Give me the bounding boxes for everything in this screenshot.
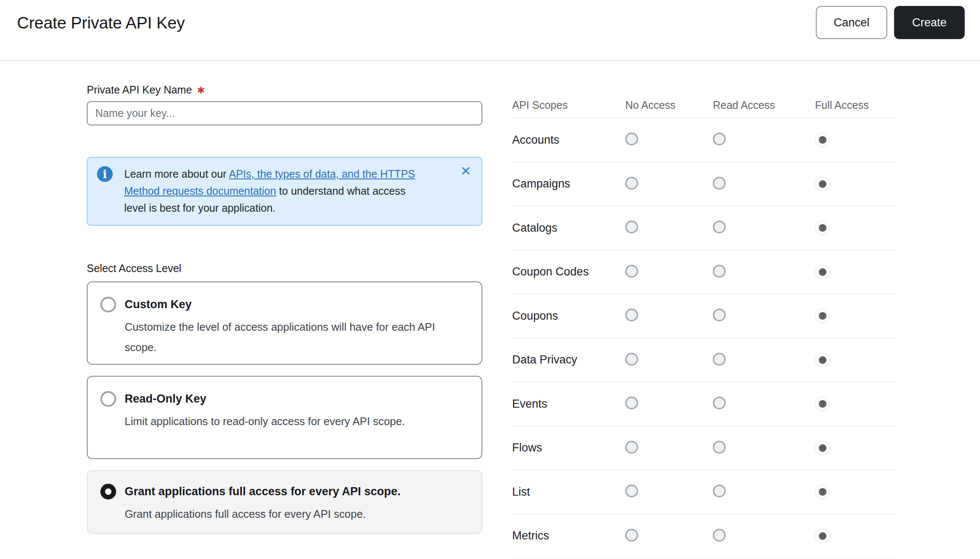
read-access-radio[interactable] [713, 309, 726, 321]
no-access-radio[interactable] [625, 397, 638, 409]
no-access-radio[interactable] [625, 221, 638, 233]
no-access-radio[interactable] [625, 265, 638, 278]
option-title: Grant applications full access for every… [125, 485, 401, 498]
option-title: Custom Key [125, 298, 192, 311]
required-asterisk-icon: ✱ [197, 85, 205, 96]
cancel-button[interactable]: Cancel [816, 6, 887, 39]
api-key-name-label: Private API Key Name [87, 84, 192, 96]
radio-dot [819, 312, 826, 320]
info-icon: i [97, 166, 113, 182]
scope-name: Metrics [512, 529, 625, 542]
no-access-radio[interactable] [625, 353, 638, 366]
main-content: Private API Key Name ✱ i Learn more abou… [0, 61, 980, 558]
read-access-radio[interactable] [713, 529, 726, 542]
column-header-no-access: No Access [625, 99, 713, 111]
no-access-radio[interactable] [625, 441, 638, 454]
table-row: List [512, 470, 896, 514]
no-access-radio[interactable] [625, 177, 638, 190]
api-scopes-table: API Scopes No Access Read Access Full Ac… [512, 92, 896, 558]
radio-dot [819, 268, 826, 276]
column-header-full-access: Full Access [815, 99, 896, 111]
full-access-radio[interactable] [815, 308, 830, 323]
access-level-heading: Select Access Level [87, 262, 482, 275]
column-header-api-scopes: API Scopes [512, 99, 625, 111]
table-row: Metrics [512, 514, 896, 559]
create-button[interactable]: Create [894, 6, 965, 39]
info-text-before: Learn more about our [124, 168, 229, 180]
radio-dot [819, 488, 826, 496]
page-title: Create Private API Key [17, 14, 185, 32]
read-access-radio[interactable] [713, 221, 726, 233]
option-title: Read-Only Key [125, 392, 206, 406]
scope-name: Campaigns [512, 177, 625, 190]
access-option-custom-key[interactable]: Custom Key Customize the level of access… [87, 281, 482, 365]
scope-name: Catalogs [512, 221, 625, 235]
header-actions: Cancel Create [816, 6, 965, 39]
access-option-full-access[interactable]: Grant applications full access for every… [87, 470, 482, 534]
table-row: Catalogs [512, 206, 896, 250]
header-bar: Create Private API Key Cancel Create [0, 0, 980, 61]
scope-name: Accounts [512, 133, 625, 147]
full-access-radio[interactable] [815, 440, 830, 456]
full-access-radio[interactable] [815, 132, 830, 148]
radio-dot [819, 136, 826, 144]
table-row: Flows [512, 426, 896, 471]
radio-dot [819, 400, 826, 408]
read-access-radio[interactable] [713, 441, 726, 454]
radio-dot [819, 224, 826, 232]
full-access-radio[interactable] [815, 528, 830, 544]
table-row: Coupons [512, 294, 896, 338]
scope-name: Data Privacy [512, 353, 625, 366]
option-head: Read-Only Key [100, 391, 469, 407]
no-access-radio[interactable] [625, 485, 638, 497]
table-row: Events [512, 382, 896, 426]
read-access-radio[interactable] [713, 485, 726, 497]
scope-name: List [512, 485, 625, 499]
no-access-radio[interactable] [625, 133, 638, 145]
full-access-radio[interactable] [815, 264, 830, 280]
option-description: Grant applications full access for every… [125, 504, 465, 524]
info-banner-text: Learn more about our APIs, the types of … [124, 165, 422, 216]
no-access-radio[interactable] [625, 309, 638, 321]
full-access-radio[interactable] [815, 352, 830, 368]
option-description: Customize the level of access applicatio… [125, 317, 465, 358]
radio-selected-icon[interactable] [100, 484, 116, 499]
no-access-radio[interactable] [625, 529, 638, 542]
radio-dot [819, 180, 826, 188]
read-access-radio[interactable] [713, 133, 726, 145]
access-option-read-only-key[interactable]: Read-Only Key Limit applications to read… [87, 376, 482, 459]
read-access-radio[interactable] [713, 397, 726, 409]
table-row: Accounts [512, 118, 896, 162]
read-access-radio[interactable] [713, 265, 726, 278]
table-row: Data Privacy [512, 338, 896, 383]
option-head: Grant applications full access for every… [100, 484, 469, 499]
radio-unselected-icon[interactable] [100, 297, 116, 312]
close-icon[interactable]: ✕ [459, 163, 473, 179]
scope-name: Coupon Codes [512, 265, 625, 278]
api-key-name-input[interactable] [87, 101, 482, 125]
radio-dot [819, 532, 826, 540]
option-description: Limit applications to read-only access f… [125, 411, 465, 431]
api-key-name-label-row: Private API Key Name ✱ [87, 84, 482, 96]
radio-dot [819, 444, 826, 452]
full-access-radio[interactable] [815, 484, 830, 499]
table-header-row: API Scopes No Access Read Access Full Ac… [512, 92, 896, 118]
full-access-radio[interactable] [815, 176, 830, 192]
read-access-radio[interactable] [713, 177, 726, 190]
table-row: Campaigns [512, 162, 896, 207]
radio-unselected-icon[interactable] [100, 391, 116, 407]
scope-name: Coupons [512, 309, 625, 323]
option-head: Custom Key [100, 297, 469, 312]
key-settings-column: Private API Key Name ✱ i Learn more abou… [87, 61, 482, 558]
full-access-radio[interactable] [815, 396, 830, 411]
radio-dot [819, 356, 826, 364]
info-banner: i Learn more about our APIs, the types o… [87, 157, 482, 226]
full-access-radio[interactable] [815, 220, 830, 236]
scope-name: Events [512, 397, 625, 411]
table-row: Coupon Codes [512, 250, 896, 295]
read-access-radio[interactable] [713, 353, 726, 366]
column-header-read-access: Read Access [713, 99, 815, 111]
scope-name: Flows [512, 441, 625, 454]
